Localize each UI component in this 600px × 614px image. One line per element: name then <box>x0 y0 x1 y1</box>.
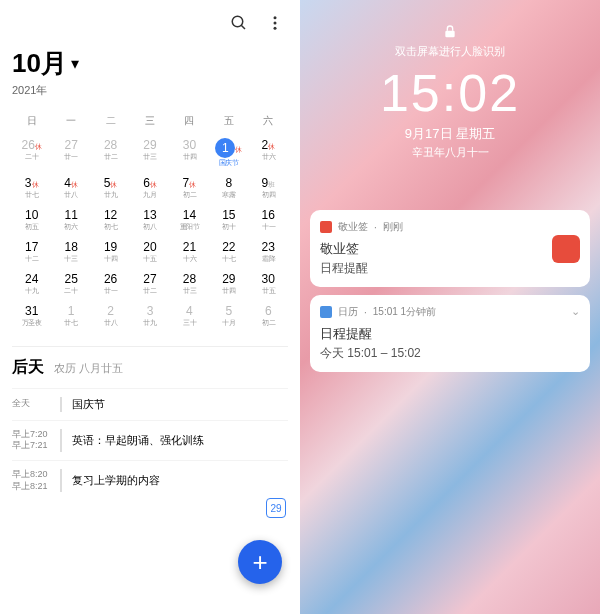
calendar-day[interactable]: 19十四 <box>91 238 130 266</box>
calendar-day[interactable]: 6休九月 <box>130 174 169 202</box>
calendar-day[interactable]: 1休国庆节 <box>209 136 248 170</box>
unlock-tip: 双击屏幕进行人脸识别 <box>300 44 600 59</box>
calendar-day[interactable]: 26休二十 <box>12 136 51 170</box>
agenda-panel: 后天 农历 八月廿五 全天 国庆节 早上7:20早上7:21英语：早起朗诵、强化… <box>12 346 288 501</box>
notification-list: 敬业签·刚刚敬业签日程提醒日历·15:01 1分钟前日程提醒今天 15:01 –… <box>300 210 600 372</box>
svg-point-0 <box>232 16 243 27</box>
search-icon[interactable] <box>230 14 248 32</box>
month-selector[interactable]: 10月 ▾ <box>12 46 288 81</box>
more-icon[interactable] <box>266 14 284 32</box>
agenda-event[interactable]: 早上7:20早上7:21英语：早起朗诵、强化训练 <box>12 420 288 460</box>
app-badge-icon <box>552 235 580 263</box>
date: 9月17日 星期五 <box>300 125 600 143</box>
svg-point-3 <box>274 27 277 30</box>
app-icon <box>320 221 332 233</box>
calendar-day[interactable]: 3休廿七 <box>12 174 51 202</box>
calendar-day[interactable]: 5十月 <box>209 302 248 330</box>
calendar-day[interactable]: 2休廿六 <box>249 136 288 170</box>
agenda-title: 后天 <box>12 357 44 378</box>
calendar-day[interactable]: 4三十 <box>170 302 209 330</box>
calendar-day[interactable]: 28廿二 <box>91 136 130 170</box>
app-icon <box>320 306 332 318</box>
notification-card[interactable]: 敬业签·刚刚敬业签日程提醒 <box>310 210 590 287</box>
clock: 15:02 <box>300 63 600 123</box>
lock-icon <box>442 24 458 40</box>
calendar-day[interactable]: 1廿七 <box>51 302 90 330</box>
lunar-date: 辛丑年八月十一 <box>300 145 600 160</box>
calendar-day[interactable]: 15初十 <box>209 206 248 234</box>
calendar-day[interactable]: 17十二 <box>12 238 51 266</box>
calendar-day[interactable]: 4休廿八 <box>51 174 90 202</box>
today-badge[interactable]: 29 <box>266 498 286 518</box>
calendar-day[interactable]: 10初五 <box>12 206 51 234</box>
calendar-day[interactable]: 14重阳节 <box>170 206 209 234</box>
calendar-day[interactable]: 21十六 <box>170 238 209 266</box>
calendar-day[interactable]: 29廿四 <box>209 270 248 298</box>
svg-rect-4 <box>445 31 454 38</box>
calendar-day[interactable]: 18十三 <box>51 238 90 266</box>
calendar-day[interactable]: 6初二 <box>249 302 288 330</box>
chevron-down-icon: ▾ <box>71 54 79 73</box>
calendar-day[interactable]: 25二十 <box>51 270 90 298</box>
calendar-day[interactable]: 12初七 <box>91 206 130 234</box>
calendar-day[interactable]: 29廿三 <box>130 136 169 170</box>
calendar-day[interactable]: 16十一 <box>249 206 288 234</box>
calendar-day[interactable]: 26廿一 <box>91 270 130 298</box>
agenda-event[interactable]: 早上8:20早上8:21复习上学期的内容 <box>12 460 288 500</box>
calendar-day[interactable]: 3廿九 <box>130 302 169 330</box>
calendar-day[interactable]: 31万圣夜 <box>12 302 51 330</box>
notification-card[interactable]: 日历·15:01 1分钟前日程提醒今天 15:01 – 15:02⌄ <box>310 295 590 372</box>
svg-point-2 <box>274 22 277 25</box>
calendar-day[interactable]: 5休廿九 <box>91 174 130 202</box>
weekday-header: 日一二三四五六 <box>12 108 288 134</box>
chevron-down-icon[interactable]: ⌄ <box>571 305 580 318</box>
svg-point-1 <box>274 16 277 19</box>
calendar-day[interactable]: 8寒露 <box>209 174 248 202</box>
agenda-lunar: 农历 八月廿五 <box>54 361 123 376</box>
lock-screen: 双击屏幕进行人脸识别 15:02 9月17日 星期五 辛丑年八月十一 敬业签·刚… <box>300 0 600 614</box>
calendar-app: 10月 ▾ 2021年 日一二三四五六 26休二十27廿一28廿二29廿三30廿… <box>0 0 300 614</box>
calendar-day[interactable]: 28廿三 <box>170 270 209 298</box>
calendar-day[interactable]: 11初六 <box>51 206 90 234</box>
calendar-day[interactable]: 24十九 <box>12 270 51 298</box>
calendar-grid: 26休二十27廿一28廿二29廿三30廿四1休国庆节2休廿六3休廿七4休廿八5休… <box>12 134 288 332</box>
calendar-day[interactable]: 22十七 <box>209 238 248 266</box>
calendar-day[interactable]: 30廿五 <box>249 270 288 298</box>
calendar-day[interactable]: 27廿一 <box>51 136 90 170</box>
agenda-allday[interactable]: 全天 国庆节 <box>12 388 288 420</box>
add-event-button[interactable]: + <box>238 540 282 584</box>
calendar-day[interactable]: 27廿二 <box>130 270 169 298</box>
year-label: 2021年 <box>12 83 288 98</box>
calendar-day[interactable]: 2廿八 <box>91 302 130 330</box>
calendar-day[interactable]: 7休初二 <box>170 174 209 202</box>
calendar-day[interactable]: 30廿四 <box>170 136 209 170</box>
calendar-day[interactable]: 20十五 <box>130 238 169 266</box>
calendar-day[interactable]: 13初八 <box>130 206 169 234</box>
calendar-day[interactable]: 9班初四 <box>249 174 288 202</box>
calendar-day[interactable]: 23霜降 <box>249 238 288 266</box>
